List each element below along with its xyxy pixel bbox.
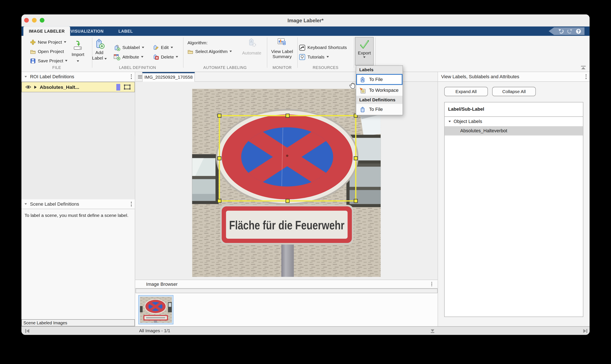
save-project-label: Save Project [38, 59, 63, 63]
table-row-object-labels[interactable]: Object Labels [445, 117, 583, 127]
image-document-tab[interactable]: IMG_20250929_170558 [142, 72, 195, 82]
menu-item-labels-to-file[interactable]: A To File [356, 74, 403, 85]
chevron-down-icon[interactable] [229, 51, 232, 52]
roi-color-swatch[interactable] [116, 84, 120, 91]
svg-text:A: A [361, 78, 364, 81]
titlebar: Image Labeler* [21, 14, 590, 26]
chevron-down-icon[interactable] [327, 56, 329, 57]
pan-hand-cursor [348, 81, 356, 90]
attribute-button[interactable]: Attribute [113, 53, 143, 60]
save-project-button[interactable]: Save Project [30, 57, 67, 64]
view-label-line2: Summary [267, 54, 297, 59]
close-button[interactable] [24, 18, 29, 23]
window-title: Image Labeler* [21, 14, 590, 26]
import-button[interactable]: Import [69, 40, 87, 63]
panel-menu-icon[interactable] [585, 74, 587, 79]
roi-label-name: Absolutes_Halt... [40, 84, 113, 90]
add-label-button[interactable]: Add Label [91, 38, 108, 60]
last-image-icon[interactable] [583, 328, 588, 334]
export-dropdown-menu: Labels A To File To Workspace Label Defi… [356, 65, 403, 115]
divider [183, 37, 184, 68]
chevron-down-icon[interactable] [171, 47, 173, 48]
select-algorithm-button[interactable]: Select Algorithm [187, 48, 232, 55]
tab-list-icon[interactable] [138, 75, 142, 79]
help-icon[interactable]: ? [576, 28, 582, 34]
svg-text:A: A [250, 40, 253, 44]
tab-image-labeler[interactable]: IMAGE LABELER [23, 26, 70, 36]
save-icon [30, 58, 36, 64]
chevron-down-icon[interactable] [176, 56, 178, 57]
thumbnail-strip [135, 293, 438, 326]
roi-definitions-header: ROI Label Definitions [21, 72, 135, 82]
browser-scrollbar[interactable] [135, 288, 438, 293]
zoom-button[interactable] [40, 18, 44, 23]
chevron-down-icon[interactable] [77, 60, 79, 62]
divider [297, 37, 298, 68]
tutorials-button[interactable]: Tutorials [299, 53, 329, 60]
table-row-absolutes-halteverbot[interactable]: Absolutes_Halteverbot [445, 127, 583, 135]
delete-label: Delete [161, 54, 174, 59]
label-summary-icon: A [277, 37, 287, 47]
bottom-status-bar: All Images - 1/1 [21, 326, 590, 335]
collapse-chevron-icon[interactable] [25, 76, 27, 77]
collapse-chevron-icon[interactable] [25, 203, 27, 205]
scene-header-label: Scene Label Definitions [30, 201, 79, 207]
export-button[interactable]: Export [355, 37, 374, 65]
redo-icon[interactable] [567, 28, 573, 34]
chevron-down-icon[interactable] [104, 58, 107, 60]
sublabel-button[interactable]: Sublabel [113, 44, 144, 51]
chevron-down-icon[interactable] [363, 56, 366, 58]
keyboard-shortcuts-button[interactable]: Keyboard Shortcuts [299, 44, 347, 51]
workspace-grid-icon [359, 87, 366, 94]
tab-label[interactable]: LABEL [113, 26, 138, 36]
ribbon-toolbar: New Project Open Project Save Project Im… [21, 36, 590, 72]
open-project-button[interactable]: Open Project [30, 48, 64, 55]
panel-menu-icon[interactable] [131, 74, 132, 79]
edit-label: Edit [161, 45, 169, 50]
ribbon-tab-strip: IMAGE LABELER VISUALIZATION LABEL ? [21, 26, 590, 36]
edit-button[interactable]: Edit [152, 44, 173, 51]
image-count-status: All Images - 1/1 [139, 328, 170, 333]
scene-labeled-images-strip[interactable]: Scene Labeled Images [21, 319, 135, 326]
menu-item-label: To File [369, 77, 383, 82]
menu-item-labels-to-workspace[interactable]: To Workspace [356, 85, 403, 96]
image-thumbnail-selected[interactable] [138, 295, 173, 324]
labeled-photo[interactable]: Fläche für die Feuerwehr [192, 89, 381, 277]
chevron-down-icon[interactable] [64, 41, 66, 43]
roi-label-item[interactable]: Absolutes_Halt... [21, 82, 135, 92]
chevron-down-icon[interactable] [141, 56, 143, 57]
collapse-all-button[interactable]: Collapse All [492, 87, 536, 96]
attribute-label: Attribute [122, 54, 139, 59]
collapse-chevron-icon[interactable] [449, 121, 451, 122]
visibility-eye-icon[interactable] [25, 85, 31, 89]
undo-icon[interactable] [558, 28, 564, 34]
view-label-summary-button[interactable]: A View Label Summary [267, 37, 297, 59]
add-label-line1: Add [91, 50, 108, 55]
panel-menu-icon[interactable] [431, 282, 432, 286]
panel-menu-icon[interactable] [131, 202, 132, 206]
export-label: Export [358, 51, 371, 55]
divider [354, 37, 354, 68]
attribute-icon [113, 54, 120, 60]
expand-all-button[interactable]: Expand All [444, 87, 488, 96]
menu-item-definitions-to-file[interactable]: To File [356, 104, 403, 115]
view-label-line1: View Label [267, 49, 297, 54]
tab-visualization[interactable]: VISUALIZATION [65, 26, 109, 36]
chevron-down-icon[interactable] [65, 60, 67, 62]
sublabel-icon [113, 44, 120, 51]
new-project-label: New Project [38, 40, 62, 44]
chevron-down-icon[interactable] [142, 47, 144, 48]
new-project-icon [30, 39, 36, 45]
collapse-toolstrip-icon[interactable] [580, 65, 586, 70]
menu-item-label: To File [369, 107, 383, 112]
expand-arrow-icon[interactable] [34, 85, 37, 89]
import-label: Import [69, 52, 87, 57]
delete-button[interactable]: Delete [152, 53, 178, 60]
roi-header-label: ROI Label Definitions [30, 74, 74, 79]
feuerwehr-plate: Fläche für die Feuerwehr [220, 205, 353, 245]
automate-button[interactable]: A Automate [239, 37, 265, 55]
scroll-to-bottom-icon[interactable] [430, 328, 435, 334]
new-project-button[interactable]: New Project [30, 39, 66, 46]
minimize-button[interactable] [32, 18, 37, 23]
first-image-icon[interactable] [25, 328, 30, 334]
